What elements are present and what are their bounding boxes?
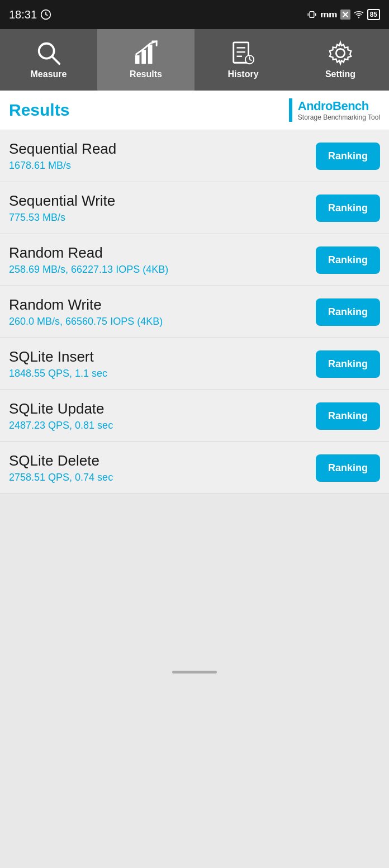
ranking-button[interactable]: Ranking: [316, 195, 380, 222]
benchmark-name: SQLite Insert: [9, 348, 107, 366]
brand-name: AndroBench: [298, 99, 369, 113]
benchmark-value: 2758.51 QPS, 0.74 sec: [9, 472, 113, 483]
brand-name-1: Andro: [298, 99, 333, 113]
measure-icon: [36, 40, 61, 66]
svg-point-7: [358, 17, 359, 18]
ranking-button[interactable]: Ranking: [316, 454, 380, 482]
benchmark-name: Sequential Write: [9, 192, 115, 210]
benchmark-row: Sequential Read1678.61 MB/sRanking: [0, 130, 389, 182]
benchmark-info: Sequential Read1678.61 MB/s: [9, 140, 116, 172]
brand-text: AndroBench Storage Benchmarking Tool: [298, 99, 380, 121]
benchmark-info: SQLite Delete2758.51 QPS, 0.74 sec: [9, 452, 113, 483]
benchmark-row: Sequential Write775.53 MB/sRanking: [0, 182, 389, 234]
tab-history[interactable]: History: [194, 29, 292, 91]
benchmark-name: SQLite Update: [9, 400, 113, 418]
benchmark-info: Random Write260.0 MB/s, 66560.75 IOPS (4…: [9, 296, 163, 328]
wifi-icon: [354, 10, 364, 20]
history-label: History: [227, 69, 258, 79]
svg-rect-11: [141, 50, 146, 64]
brand-bar: [289, 98, 292, 122]
tab-setting[interactable]: Setting: [292, 29, 389, 91]
status-bar: 18:31 𝗺𝗺 85: [0, 0, 389, 29]
ranking-button[interactable]: Ranking: [316, 143, 380, 170]
ranking-button[interactable]: Ranking: [316, 246, 380, 274]
tab-results[interactable]: Results: [97, 29, 194, 91]
benchmark-info: SQLite Update2487.23 QPS, 0.81 sec: [9, 400, 113, 431]
benchmark-info: Random Read258.69 MB/s, 66227.13 IOPS (4…: [9, 244, 168, 276]
results-icon: [133, 40, 159, 66]
svg-rect-10: [135, 55, 140, 64]
benchmark-name: Random Write: [9, 296, 163, 314]
history-icon: [230, 40, 256, 66]
setting-icon: [328, 40, 353, 66]
network-icon: 𝗺𝗺: [320, 10, 337, 20]
page-title: Results: [9, 101, 69, 120]
battery-icon: 85: [367, 9, 380, 20]
benchmark-name: SQLite Delete: [9, 452, 113, 469]
benchmark-value: 2487.23 QPS, 0.81 sec: [9, 420, 113, 431]
scroll-bar: [172, 671, 217, 673]
ranking-button[interactable]: Ranking: [316, 402, 380, 430]
benchmark-value: 775.53 MB/s: [9, 212, 115, 224]
benchmark-info: SQLite Insert1848.55 QPS, 1.1 sec: [9, 348, 107, 380]
benchmark-name: Random Read: [9, 244, 168, 262]
brand-logo: AndroBench Storage Benchmarking Tool: [289, 98, 380, 122]
results-header: Results AndroBench Storage Benchmarking …: [0, 91, 389, 130]
benchmark-row: Random Write260.0 MB/s, 66560.75 IOPS (4…: [0, 286, 389, 338]
measure-label: Measure: [31, 69, 67, 79]
svg-rect-1: [310, 12, 314, 18]
status-time: 18:31: [9, 8, 51, 21]
ranking-button[interactable]: Ranking: [316, 350, 380, 378]
benchmark-row: SQLite Insert1848.55 QPS, 1.1 secRanking: [0, 338, 389, 390]
svg-point-20: [336, 49, 344, 57]
benchmark-row: SQLite Delete2758.51 QPS, 0.74 secRankin…: [0, 442, 389, 494]
benchmark-row: Random Read258.69 MB/s, 66227.13 IOPS (4…: [0, 234, 389, 286]
benchmark-info: Sequential Write775.53 MB/s: [9, 192, 115, 224]
benchmark-row: SQLite Update2487.23 QPS, 0.81 secRankin…: [0, 390, 389, 442]
x-icon: [340, 10, 350, 20]
time-display: 18:31: [9, 8, 37, 21]
nav-tabs: Measure Results History Settin: [0, 29, 389, 91]
benchmark-name: Sequential Read: [9, 140, 116, 158]
scroll-indicator: [0, 662, 389, 682]
tab-measure[interactable]: Measure: [0, 29, 97, 91]
benchmark-value: 258.69 MB/s, 66227.13 IOPS (4KB): [9, 264, 168, 276]
results-label: Results: [130, 69, 162, 79]
empty-space: [0, 494, 389, 662]
brand-name-2: Bench: [333, 99, 369, 113]
svg-rect-12: [148, 45, 153, 64]
status-icons: 𝗺𝗺 85: [307, 9, 380, 20]
svg-line-9: [52, 56, 59, 64]
setting-label: Setting: [325, 69, 355, 79]
benchmark-value: 1848.55 QPS, 1.1 sec: [9, 368, 107, 380]
alarm-icon: [40, 9, 51, 20]
benchmark-value: 1678.61 MB/s: [9, 160, 116, 172]
benchmark-value: 260.0 MB/s, 66560.75 IOPS (4KB): [9, 316, 163, 328]
ranking-button[interactable]: Ranking: [316, 298, 380, 326]
benchmark-list: Sequential Read1678.61 MB/sRankingSequen…: [0, 130, 389, 494]
vibrate-icon: [307, 10, 317, 20]
brand-subtitle: Storage Benchmarking Tool: [298, 113, 380, 121]
battery-level: 85: [370, 11, 377, 18]
